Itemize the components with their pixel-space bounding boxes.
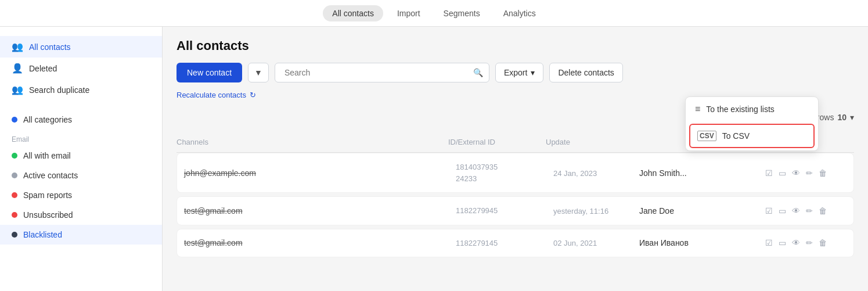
sidebar-item-all-with-email[interactable]: All with email xyxy=(0,146,162,166)
page-title: All contacts xyxy=(177,38,854,53)
edit-checkbox-icon[interactable]: ☑ xyxy=(765,168,773,178)
sidebar-item-label: Active contacts xyxy=(23,171,78,180)
table-body: john@example.com 1814037935 24233 24 Jan… xyxy=(177,153,854,257)
sidebar-item-label: Search duplicate xyxy=(29,85,89,95)
top-navigation: All contacts Import Segments Analytics xyxy=(0,0,868,27)
rows-count: 10 xyxy=(837,113,847,122)
search-box: 🔍 xyxy=(275,63,489,82)
row-id: 1814037935 24233 xyxy=(456,161,549,184)
tab-import[interactable]: Import xyxy=(388,5,430,21)
delete-contacts-button[interactable]: Delete contacts xyxy=(549,63,623,82)
sidebar-section-email: Email xyxy=(0,130,162,146)
dropdown-item-label: To the existing lists xyxy=(706,105,775,114)
row-actions: ☑ ▭ 👁 ✏ 🗑 xyxy=(765,238,847,247)
sidebar-item-all-categories[interactable]: All categories xyxy=(0,110,162,130)
sidebar-item-active-contacts[interactable]: Active contacts xyxy=(0,166,162,185)
recalculate-link[interactable]: Recalculate contacts xyxy=(177,91,246,99)
sidebar-item-label: All with email xyxy=(23,151,71,160)
dropdown-item-to-csv[interactable]: CSV To CSV xyxy=(689,124,815,148)
dot-icon-blue xyxy=(12,117,17,123)
row-id: 1182279145 xyxy=(456,238,549,249)
row-actions: ☑ ▭ 👁 ✏ 🗑 xyxy=(765,206,847,215)
column-header-channels: Channels xyxy=(177,138,444,146)
filter-icon: ▼ xyxy=(254,68,262,77)
trash-icon[interactable]: 🗑 xyxy=(819,206,827,215)
sidebar: 👥 All contacts 👤 Deleted 👥 Search duplic… xyxy=(0,27,163,291)
sidebar-item-label: All categories xyxy=(23,115,72,124)
view-icon[interactable]: 👁 xyxy=(792,206,800,215)
row-update: yesterday, 11:16 xyxy=(553,206,635,215)
dropdown-item-to-existing-lists[interactable]: ≡ To the existing lists xyxy=(686,97,818,121)
row-update: 24 Jan, 2023 xyxy=(553,168,635,178)
sidebar-item-label: All contacts xyxy=(29,42,71,52)
mobile-icon[interactable]: ▭ xyxy=(779,168,786,178)
row-name: Jane Doe xyxy=(639,206,761,215)
chevron-down-icon: ▾ xyxy=(531,68,535,77)
sidebar-item-label: Spam reports xyxy=(23,191,72,200)
pencil-icon[interactable]: ✏ xyxy=(806,238,813,247)
row-id: 1182279945 xyxy=(456,205,549,217)
edit-checkbox-icon[interactable]: ☑ xyxy=(765,238,773,247)
filter-button[interactable]: ▼ xyxy=(248,63,269,82)
row-name: John Smith... xyxy=(639,168,761,178)
search-input[interactable] xyxy=(281,63,473,82)
refresh-icon[interactable]: ↻ xyxy=(250,91,256,99)
view-icon[interactable]: 👁 xyxy=(792,238,800,247)
row-name: Иван Иванов xyxy=(639,238,761,247)
sidebar-item-label: Deleted xyxy=(29,64,57,73)
mobile-icon[interactable]: ▭ xyxy=(779,206,786,215)
sidebar-item-search-duplicate[interactable]: 👥 Search duplicate xyxy=(0,79,162,100)
dropdown-item-label: To CSV xyxy=(722,131,750,141)
dot-icon-gray xyxy=(12,173,17,178)
sidebar-item-unsubscribed[interactable]: Unsubscribed xyxy=(0,205,162,225)
people-icon: 👥 xyxy=(12,41,23,52)
tab-analytics[interactable]: Analytics xyxy=(494,5,545,21)
column-header-id: ID/External ID xyxy=(448,138,541,146)
sidebar-item-label: Blacklisted xyxy=(23,230,62,239)
export-label: Export xyxy=(504,68,527,77)
edit-checkbox-icon[interactable]: ☑ xyxy=(765,206,773,215)
dot-icon-green xyxy=(12,153,17,159)
trash-icon[interactable]: 🗑 xyxy=(819,168,827,178)
table-row: test@gmail.com 1182279945 yesterday, 11:… xyxy=(177,196,854,225)
column-header-update: Update xyxy=(546,138,627,146)
toolbar: New contact ▼ 🔍 Export ▾ Delete contacts xyxy=(177,63,854,82)
row-update: 02 Jun, 2021 xyxy=(553,238,635,247)
view-icon[interactable]: 👁 xyxy=(792,168,800,178)
deleted-icon: 👤 xyxy=(12,63,23,74)
sidebar-item-spam-reports[interactable]: Spam reports xyxy=(0,185,162,205)
tab-segments[interactable]: Segments xyxy=(434,5,489,21)
pencil-icon[interactable]: ✏ xyxy=(806,206,813,215)
mobile-icon[interactable]: ▭ xyxy=(779,238,786,247)
new-contact-button[interactable]: New contact xyxy=(177,63,242,82)
dot-icon-red-unsub xyxy=(12,212,17,218)
sidebar-item-blacklisted[interactable]: Blacklisted xyxy=(0,225,162,245)
sidebar-item-all-contacts[interactable]: 👥 All contacts xyxy=(0,36,162,58)
sidebar-item-label: Unsubscribed xyxy=(23,210,73,220)
tab-all-contacts[interactable]: All contacts xyxy=(323,5,383,21)
row-actions: ☑ ▭ 👁 ✏ 🗑 xyxy=(765,168,847,178)
main-content: All contacts New contact ▼ 🔍 Export ▾ De… xyxy=(163,27,868,291)
dot-icon-red-spam xyxy=(12,192,17,198)
row-email: test@gmail.com xyxy=(184,238,451,247)
table-row: test@gmail.com 1182279145 02 Jun, 2021 И… xyxy=(177,229,854,258)
chevron-down-icon-rows[interactable]: ▾ xyxy=(850,113,854,122)
search-icon: 🔍 xyxy=(473,68,483,77)
export-button[interactable]: Export ▾ xyxy=(495,63,543,82)
search-duplicate-icon: 👥 xyxy=(12,84,23,95)
row-email: john@example.com xyxy=(184,168,451,178)
sidebar-item-deleted[interactable]: 👤 Deleted xyxy=(0,58,162,79)
trash-icon[interactable]: 🗑 xyxy=(819,238,827,247)
dot-icon-dark xyxy=(12,232,17,238)
list-icon: ≡ xyxy=(695,104,700,114)
table-row: john@example.com 1814037935 24233 24 Jan… xyxy=(177,153,854,193)
pencil-icon[interactable]: ✏ xyxy=(806,168,813,178)
csv-icon: CSV xyxy=(697,131,716,141)
export-dropdown: ≡ To the existing lists CSV To CSV xyxy=(685,96,819,151)
row-email: test@gmail.com xyxy=(184,206,451,215)
